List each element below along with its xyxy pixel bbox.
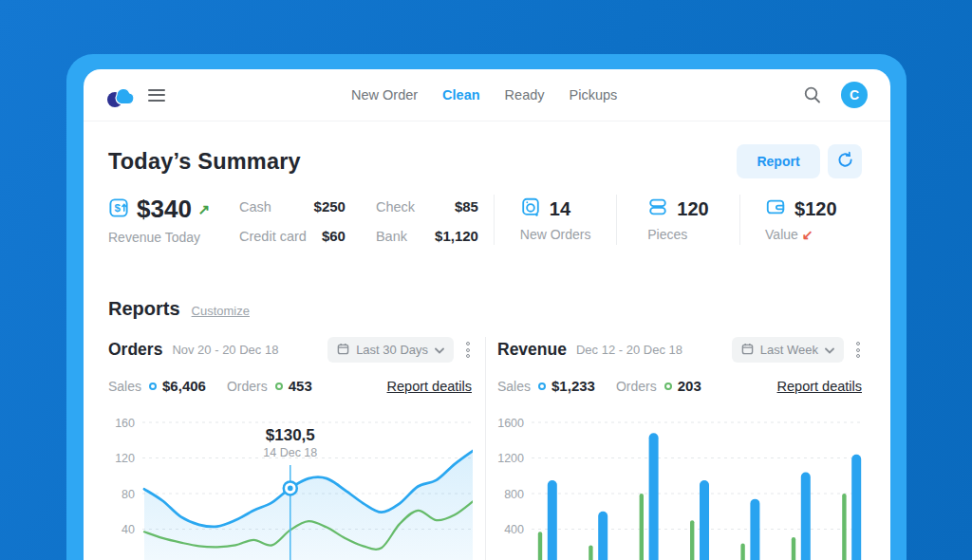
revenue-report-details-link[interactable]: Report deatils	[777, 379, 862, 394]
breakdown-cash: Cash $250	[239, 198, 346, 216]
breakdown-label: Credit card	[239, 229, 307, 244]
nav-item-pickups[interactable]: Pickups	[570, 87, 618, 103]
value-stat: $120 Value ↙	[740, 195, 862, 245]
summary-header: Today’s Summary Report	[108, 144, 862, 178]
orders-panel-title: Orders	[108, 340, 162, 360]
value-label-text: Value	[765, 227, 798, 242]
main-content: Today’s Summary Report	[84, 144, 890, 560]
svg-text:$130,5: $130,5	[266, 426, 315, 444]
reports-title: Reports	[108, 298, 180, 320]
cloud-logo[interactable]	[106, 82, 137, 108]
breakdown-value: $85	[455, 198, 478, 215]
pieces-label: Pieces	[647, 227, 708, 242]
device-frame: New Order Clean Ready Pickups C Today’s …	[66, 54, 907, 560]
refresh-icon	[836, 151, 854, 172]
revenue-bar-chart[interactable]: 16001200800400	[497, 410, 862, 560]
payment-breakdown: Cash $250 Credit card $60 Check $85 Bank…	[239, 195, 478, 245]
orders-legend-row: Sales $6,406 Orders 453 Report deatils	[108, 378, 472, 394]
orders-date-range: Nov 20 - 20 Dec 18	[172, 343, 278, 357]
orders-line-chart[interactable]: 1601208040$130,514 Dec 18	[108, 410, 473, 560]
revenue-today-stat: $ $340 ↗ Revenue Today	[108, 195, 239, 245]
summary-stats-row: $ $340 ↗ Revenue Today Cash $250	[108, 195, 862, 245]
revenue-panel: Revenue Dec 12 - 20 Dec 18 Last Week	[485, 337, 862, 560]
value-amount: $120	[794, 198, 837, 220]
top-navbar: New Order Clean Ready Pickups C	[84, 69, 890, 121]
svg-text:120: 120	[115, 452, 135, 465]
revenue-label: Revenue Today	[108, 230, 239, 245]
svg-text:160: 160	[115, 417, 135, 430]
pieces-value: 120	[677, 198, 708, 220]
nav-item-ready[interactable]: Ready	[505, 87, 545, 103]
report-button[interactable]: Report	[737, 144, 820, 178]
orders-filter-dropdown[interactable]: Last 30 Days	[327, 337, 454, 363]
chevron-down-icon	[435, 343, 444, 357]
revenue-panel-title: Revenue	[497, 340, 567, 360]
svg-text:$: $	[114, 202, 121, 214]
revenue-filter-dropdown[interactable]: Last Week	[732, 337, 844, 363]
svg-text:40: 40	[122, 523, 135, 536]
refresh-button[interactable]	[828, 144, 862, 178]
orders-panel: Orders Nov 20 - 20 Dec 18 Last 30 Days	[108, 337, 485, 560]
navbar-right: C	[803, 82, 868, 108]
svg-text:14 Dec 18: 14 Dec 18	[263, 446, 317, 459]
app-card: New Order Clean Ready Pickups C Today’s …	[84, 69, 890, 560]
revenue-date-range: Dec 12 - 20 Dec 18	[576, 343, 682, 357]
sales-legend-label: Sales	[497, 379, 531, 394]
breakdown-value: $250	[314, 198, 346, 215]
breakdown-label: Bank	[376, 229, 407, 244]
orders-filter-label: Last 30 Days	[356, 343, 428, 357]
main-nav: New Order Clean Ready Pickups	[351, 87, 617, 103]
breakdown-credit-card: Credit card $60	[239, 228, 346, 246]
breakdown-value: $60	[322, 228, 346, 244]
pieces-icon	[647, 196, 668, 221]
sales-legend-marker	[538, 383, 546, 390]
sales-legend-marker	[149, 383, 157, 390]
svg-text:400: 400	[504, 523, 524, 536]
new-orders-label: New Orders	[520, 227, 591, 242]
svg-text:80: 80	[122, 488, 135, 501]
calendar-icon	[741, 343, 754, 358]
revenue-more-menu-icon[interactable]	[854, 340, 862, 360]
breakdown-bank: Bank $1,120	[376, 228, 478, 246]
breakdown-label: Cash	[239, 199, 271, 215]
orders-legend-marker	[664, 383, 672, 390]
svg-text:1600: 1600	[497, 417, 524, 430]
nav-item-clean[interactable]: Clean	[442, 87, 480, 103]
revenue-sales-value: $1,233	[551, 378, 595, 394]
breakdown-label: Check	[376, 199, 415, 215]
revenue-dollar-icon: $	[108, 196, 130, 222]
orders-count-value: 453	[289, 378, 312, 394]
svg-text:1200: 1200	[497, 452, 524, 465]
orders-more-menu-icon[interactable]	[464, 340, 472, 360]
customize-link[interactable]: Customize	[192, 304, 250, 318]
new-orders-value: 14	[550, 198, 570, 220]
revenue-legend-row: Sales $1,233 Orders 203 Report deatils	[497, 378, 862, 394]
breakdown-check: Check $85	[376, 198, 478, 216]
orders-legend-label: Orders	[616, 379, 657, 394]
washing-machine-icon	[520, 196, 541, 221]
revenue-filter-label: Last Week	[760, 343, 818, 357]
menu-icon[interactable]	[148, 89, 165, 102]
search-icon[interactable]	[803, 85, 822, 104]
revenue-orders-value: 203	[678, 378, 701, 394]
report-panels: Orders Nov 20 - 20 Dec 18 Last 30 Days	[108, 337, 862, 560]
trend-up-icon: ↗	[198, 201, 211, 218]
revenue-amount: $340	[137, 195, 192, 224]
nav-item-new-order[interactable]: New Order	[351, 87, 418, 103]
value-label: Value ↙	[765, 227, 837, 242]
reports-header: Reports Customize	[108, 298, 862, 320]
orders-legend-marker	[275, 383, 283, 390]
orders-report-details-link[interactable]: Report deatils	[387, 379, 472, 394]
orders-legend-label: Orders	[227, 379, 268, 394]
pieces-stat: 120 Pieces	[617, 195, 738, 245]
page-title: Today’s Summary	[108, 149, 301, 175]
breakdown-value: $1,120	[435, 228, 478, 244]
calendar-icon	[337, 343, 349, 358]
chevron-down-icon	[825, 343, 834, 357]
trend-down-icon: ↙	[802, 227, 813, 242]
new-orders-stat: 14 New Orders	[495, 195, 616, 245]
avatar[interactable]: C	[841, 82, 868, 108]
orders-sales-value: $6,406	[162, 378, 206, 394]
sales-legend-label: Sales	[108, 379, 141, 394]
svg-text:800: 800	[504, 488, 524, 501]
